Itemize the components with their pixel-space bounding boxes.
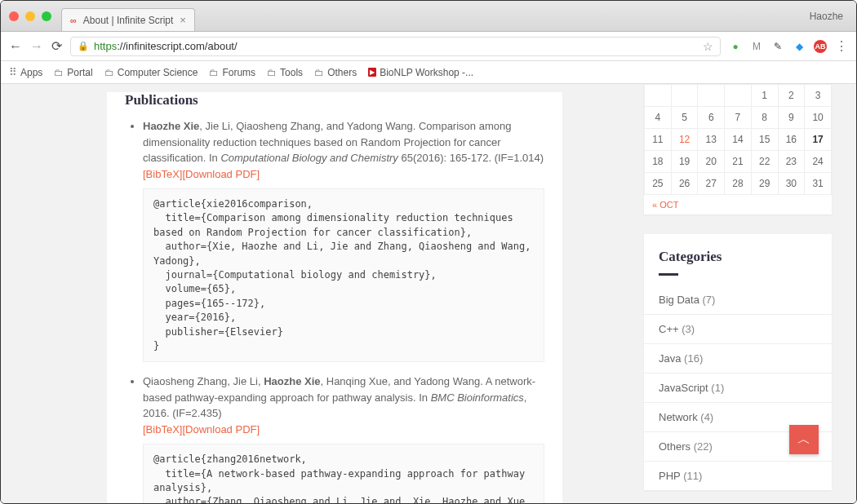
bibtex-link[interactable]: [BibTeX] [143,168,182,180]
category-item[interactable]: PHP (11) [644,462,832,490]
categories-title: Categories [644,234,832,273]
calendar-day[interactable]: 20 [698,151,725,173]
calendar-day[interactable]: 24 [805,151,832,173]
extension-icon[interactable]: ◆ [793,40,806,53]
youtube-icon: ▶ [368,68,376,77]
bookmark-star-icon[interactable]: ☆ [703,40,713,53]
calendar-day[interactable]: 22 [751,151,778,173]
calendar-day[interactable]: 1 [751,85,778,107]
bookmark-folder-others[interactable]: 🗀Others [314,67,357,78]
folder-icon: 🗀 [267,67,277,78]
window-maximize-button[interactable] [42,11,51,21]
calendar-day[interactable]: 18 [645,151,672,173]
bookmark-folder-cs[interactable]: 🗀Computer Science [104,67,198,78]
folder-icon: 🗀 [314,67,324,78]
calendar-day[interactable]: 31 [805,173,832,195]
calendar-day[interactable]: 5 [671,107,698,129]
title-underline [659,273,678,276]
category-item[interactable]: JavaScript (1) [644,374,832,403]
download-pdf-link[interactable]: [Download PDF] [182,168,260,180]
bibtex-link[interactable]: [BibTeX] [143,423,182,435]
bookmark-folder-forums[interactable]: 🗀Forums [209,67,255,78]
calendar-day[interactable]: 12 [671,129,698,151]
category-item[interactable]: Big Data (7) [644,285,832,315]
bookmarks-bar: ⠿Apps 🗀Portal 🗀Computer Science 🗀Forums … [1,61,856,84]
adblock-icon[interactable]: AB [814,40,827,53]
calendar-day[interactable]: 13 [698,129,725,151]
download-pdf-link[interactable]: [Download PDF] [182,423,260,435]
evernote-icon[interactable]: ✎ [771,40,784,53]
bibtex-code: @article{zhang2016network, title={A netw… [143,444,544,504]
bookmark-folder-portal[interactable]: 🗀Portal [54,67,92,78]
calendar-day[interactable]: 9 [778,107,805,129]
calendar-day[interactable]: 15 [751,129,778,151]
calendar-day[interactable]: 19 [671,151,698,173]
publication-item: Haozhe Xie, Jie Li, Qiaosheng Zhang, and… [143,118,544,362]
calendar-day[interactable]: 21 [725,151,752,173]
bookmark-bionlp[interactable]: ▶BioNLP Workshop -... [368,67,473,78]
bibtex-code: @article{xie2016comparison, title={Compa… [143,188,544,362]
browser-tab[interactable]: ∞ About | Infinite Script × [61,8,195,31]
lock-icon: 🔒 [78,41,89,51]
chevron-up-icon: ︿ [797,431,810,449]
calendar-day[interactable]: 4 [645,107,672,129]
favicon-icon: ∞ [70,15,77,25]
page-content: Publications Haozhe Xie, Jie Li, Qiaoshe… [1,84,856,504]
scroll-to-top-button[interactable]: ︿ [789,425,819,454]
calendar-day[interactable]: 25 [645,173,672,195]
calendar-day[interactable]: 23 [778,151,805,173]
forward-button[interactable]: → [30,39,43,54]
calendar-day[interactable]: 8 [751,107,778,129]
browser-toolbar: ← → ⟳ 🔒 https://infinitescript.com/about… [1,32,856,61]
category-item[interactable]: Java (16) [644,344,832,374]
apps-button[interactable]: ⠿Apps [9,66,42,78]
tab-title: About | Infinite Script [83,15,174,26]
extension-icon[interactable]: ● [729,40,742,53]
calendar-day[interactable]: 7 [725,107,752,129]
calendar-day[interactable]: 11 [645,129,672,151]
calendar-day[interactable]: 14 [725,129,752,151]
calendar-day[interactable]: 26 [671,173,698,195]
calendar-day[interactable]: 16 [778,129,805,151]
category-item[interactable]: C++ (3) [644,315,832,344]
calendar-widget: 123 45678910 11121314151617 181920212223… [644,84,832,214]
reload-button[interactable]: ⟳ [51,38,62,54]
url-text: https://infinitescript.com/about/ [94,40,238,52]
tab-close-button[interactable]: × [180,14,186,26]
window-close-button[interactable] [9,11,19,21]
calendar-day[interactable]: 10 [805,107,832,129]
titlebar: ∞ About | Infinite Script × Haozhe [1,1,856,32]
calendar-day[interactable]: 3 [805,85,832,107]
apps-icon: ⠿ [9,66,17,78]
bookmark-folder-tools[interactable]: 🗀Tools [267,67,303,78]
calendar-day[interactable]: 2 [778,85,805,107]
calendar-day[interactable]: 6 [698,107,725,129]
calendar-day[interactable]: 29 [751,173,778,195]
calendar-day-today[interactable]: 17 [805,129,832,151]
section-title-publications: Publications [125,92,544,108]
calendar-day[interactable]: 27 [698,173,725,195]
folder-icon: 🗀 [209,67,219,78]
folder-icon: 🗀 [104,67,114,78]
calendar-prev-month[interactable]: « OCT [652,200,678,210]
back-button[interactable]: ← [9,39,22,54]
folder-icon: 🗀 [54,67,64,78]
calendar-day[interactable]: 30 [778,173,805,195]
gmail-icon[interactable]: M [750,40,763,53]
profile-name[interactable]: Haozhe [810,11,848,22]
address-bar[interactable]: 🔒 https://infinitescript.com/about/ ☆ [70,37,721,56]
window-minimize-button[interactable] [25,11,35,21]
browser-menu-button[interactable]: ⋮ [835,38,848,54]
extensions: ● M ✎ ◆ AB ⋮ [729,38,848,54]
calendar-day[interactable]: 28 [725,173,752,195]
publication-item: Qiaosheng Zhang, Jie Li, Haozhe Xie, Han… [143,374,544,504]
